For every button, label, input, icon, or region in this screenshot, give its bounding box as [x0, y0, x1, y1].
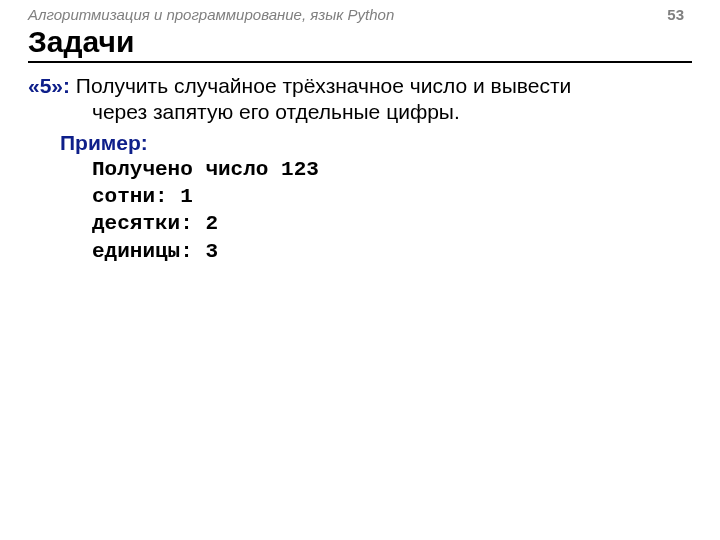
task-text: «5»: Получить случайное трёхзначное числ… — [28, 73, 692, 126]
code-line4: единицы: 3 — [92, 240, 218, 263]
title-underline: Задачи — [28, 25, 692, 63]
page-number: 53 — [667, 6, 684, 23]
code-line3: десятки: 2 — [92, 212, 218, 235]
task-line2: через запятую его отдельные цифры. — [92, 99, 692, 125]
code-line2: сотни: 1 — [92, 185, 193, 208]
task-line1: Получить случайное трёхзначное число и в… — [70, 74, 571, 97]
slide-body: «5»: Получить случайное трёхзначное числ… — [0, 67, 720, 265]
example-label: Пример: — [60, 130, 692, 156]
example-output: Получено число 123 сотни: 1 десятки: 2 е… — [92, 156, 692, 265]
slide: Алгоритмизация и программирование, язык … — [0, 0, 720, 540]
code-line1: Получено число 123 — [92, 158, 319, 181]
header-subject: Алгоритмизация и программирование, язык … — [28, 6, 394, 23]
slide-title: Задачи — [28, 25, 134, 58]
slide-header: Алгоритмизация и программирование, язык … — [0, 0, 720, 25]
task-label: «5»: — [28, 74, 70, 97]
